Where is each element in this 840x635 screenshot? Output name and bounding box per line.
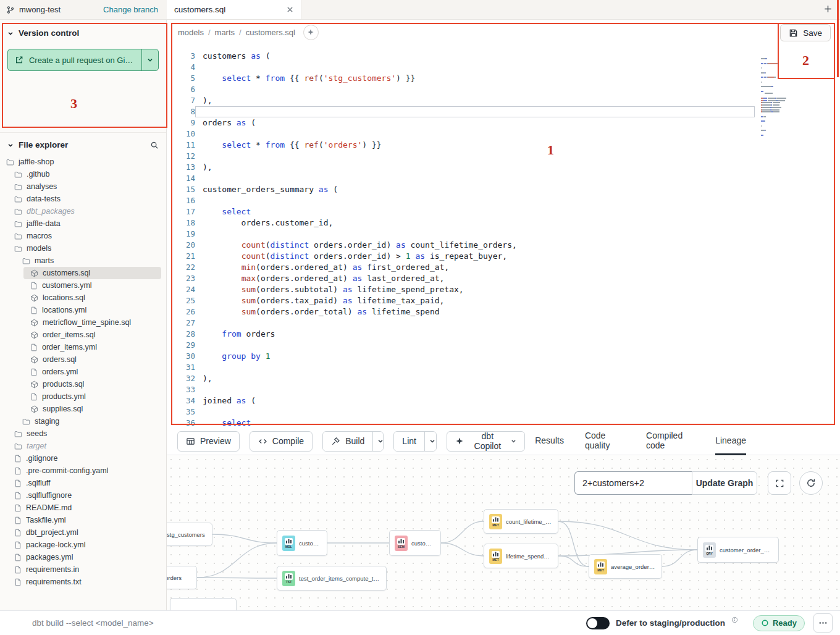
lineage-selector-input[interactable] [574,471,692,495]
tree-item-products.sql[interactable]: products.sql [0,378,166,390]
code-line-26[interactable]: 26 sum(orders.order_total) as lifetime_s… [167,306,840,318]
lint-button[interactable]: Lint [394,432,424,451]
code-line-24[interactable]: 24 sum(orders.subtotal) as lifetime_spen… [167,284,840,295]
code-editor[interactable]: 3customers as (45 select * from {{ ref('… [167,44,840,427]
tree-item-marts[interactable]: marts [0,254,166,267]
code-line-32[interactable]: 32), [167,373,840,384]
tree-item-jaffle-data[interactable]: jaffle-data [0,217,166,230]
code-line-21[interactable]: 21 count(distinct orders.order_id) > 1 a… [167,251,840,262]
tree-item-dbt_packages[interactable]: dbt_packages [0,205,166,217]
lineage-node-customer_order_metrics[interactable]: QRYcustomer_order_metrics [697,537,779,563]
tree-item-metricflow_time_spine.sql[interactable]: metricflow_time_spine.sql [0,316,166,329]
tree-item-locations.yml[interactable]: locations.yml [0,304,166,316]
preview-button[interactable]: Preview [177,431,240,452]
code-line-11[interactable]: 11 select * from {{ ref('orders') }} [167,140,840,151]
tree-item-package-lock.yml[interactable]: package-lock.yml [0,539,166,551]
lineage-node-count_lifetime_orders[interactable]: METcount_lifetime_orders [484,509,558,534]
refresh-button[interactable] [799,471,823,495]
tree-item-README.md[interactable]: README.md [0,502,166,514]
version-control-header[interactable]: Version control [7,28,159,38]
create-pr-button[interactable]: Create a pull request on Git… [8,49,141,70]
lineage-node-orders[interactable]: MDLorders [167,566,197,589]
code-line-12[interactable]: 12 [167,151,840,162]
new-tab-button[interactable] [823,4,833,15]
code-line-5[interactable]: 5 select * from {{ ref('stg_customers') … [167,73,840,84]
tree-item-.github[interactable]: .github [0,168,166,180]
tab-customers-sql[interactable]: customers.sql [167,0,301,19]
tree-item-.gitignore[interactable]: .gitignore [0,452,166,465]
code-line-31[interactable]: 31 [167,362,840,373]
tree-item-jaffle-shop[interactable]: jaffle-shop [0,156,166,168]
tree-item-target[interactable]: target [0,440,166,452]
tree-item-order_items.sql[interactable]: order_items.sql [0,329,166,341]
minimap[interactable] [761,58,813,137]
code-line-22[interactable]: 22 min(orders.ordered_at) as first_order… [167,262,840,273]
code-line-18[interactable]: 18 orders.customer_id, [167,217,840,229]
tree-item-requirements.in[interactable]: requirements.in [0,563,166,576]
search-icon[interactable] [150,141,159,149]
tree-item-macros[interactable]: macros [0,230,166,242]
code-line-9[interactable]: 9orders as ( [167,117,840,128]
status-badge[interactable]: Ready [753,615,805,631]
lineage-node-average_order_value[interactable]: METaverage_order_value [589,554,662,579]
code-line-4[interactable]: 4 [167,62,840,73]
tree-item-models[interactable]: models [0,242,166,254]
update-graph-button[interactable]: Update Graph [692,471,757,495]
file-explorer-header[interactable]: File explorer [0,140,166,149]
tree-item-dbt_project.yml[interactable]: dbt_project.yml [0,526,166,539]
tree-item-Taskfile.yml[interactable]: Taskfile.yml [0,514,166,526]
code-line-6[interactable]: 6 [167,84,840,95]
code-line-13[interactable]: 13), [167,162,840,173]
code-line-15[interactable]: 15customer_orders_summary as ( [167,184,840,195]
code-line-8[interactable]: 8 [167,106,840,117]
lineage-node-test_bools[interactable]: TSTtest_order_items_compute_to_bools... [277,566,387,591]
close-tab-icon[interactable] [287,6,293,13]
save-button[interactable]: Save [780,24,831,41]
breadcrumb-file[interactable]: customers.sql [246,28,295,37]
tree-item-requirements.txt[interactable]: requirements.txt [0,576,166,588]
tree-item-order_items.yml[interactable]: order_items.yml [0,341,166,353]
code-line-33[interactable]: 33 [167,384,840,395]
tree-item-data-tests[interactable]: data-tests [0,193,166,205]
lineage-node-stg_customers[interactable]: MDLstg_customers [167,523,212,546]
defer-toggle[interactable] [586,617,610,629]
code-line-29[interactable]: 29 [167,340,840,351]
lineage-node-lifetime_spend_pretax[interactable]: METlifetime_spend_pretax [484,544,558,568]
tree-item-orders.yml[interactable]: orders.yml [0,366,166,378]
breadcrumb-models[interactable]: models [178,28,204,37]
tree-item-orders.sql[interactable]: orders.sql [0,353,166,366]
breadcrumb-marts[interactable]: marts [215,28,235,37]
tree-item-analyses[interactable]: analyses [0,180,166,193]
tree-item-.sqlfluffignore[interactable]: .sqlfluffignore [0,489,166,502]
code-line-19[interactable]: 19 [167,229,840,240]
dbt-copilot-button[interactable]: dbt Copilot [447,431,525,452]
tree-item-products.yml[interactable]: products.yml [0,390,166,403]
lineage-node-customers_sem[interactable]: SEMcustomers [389,530,441,556]
code-line-3[interactable]: 3customers as ( [167,51,840,62]
code-line-20[interactable]: 20 count(distinct orders.order_id) as co… [167,240,840,251]
fullscreen-button[interactable] [768,471,791,495]
tree-item-.sqlfluff[interactable]: .sqlfluff [0,477,166,489]
tab-code-quality[interactable]: Code quality [585,427,625,455]
lint-dropdown[interactable] [424,432,437,451]
tree-item-customers.sql[interactable]: customers.sql [23,267,161,279]
tree-item-.pre-commit-config.yaml[interactable]: .pre-commit-config.yaml [0,465,166,477]
tree-item-packages.yml[interactable]: packages.yml [0,551,166,563]
tree-item-locations.sql[interactable]: locations.sql [0,292,166,304]
lineage-node-customers_mdl[interactable]: MDLcustomers [277,530,327,556]
code-line-30[interactable]: 30 group by 1 [167,351,840,362]
info-icon[interactable] [731,616,738,623]
tree-item-customers.yml[interactable]: customers.yml [0,279,166,292]
build-button[interactable]: Build [323,432,372,451]
code-line-35[interactable]: 35 [167,406,840,418]
lineage-node-partial_node[interactable] [170,598,237,610]
build-dropdown[interactable] [372,432,384,451]
code-line-7[interactable]: 7), [167,95,840,106]
code-line-16[interactable]: 16 [167,195,840,206]
code-line-34[interactable]: 34joined as ( [167,395,840,406]
code-line-27[interactable]: 27 [167,318,840,329]
tree-item-seeds[interactable]: seeds [0,427,166,440]
code-line-14[interactable]: 14 [167,173,840,184]
code-line-23[interactable]: 23 max(orders.ordered_at) as last_ordere… [167,273,840,284]
code-line-10[interactable]: 10 [167,128,840,140]
